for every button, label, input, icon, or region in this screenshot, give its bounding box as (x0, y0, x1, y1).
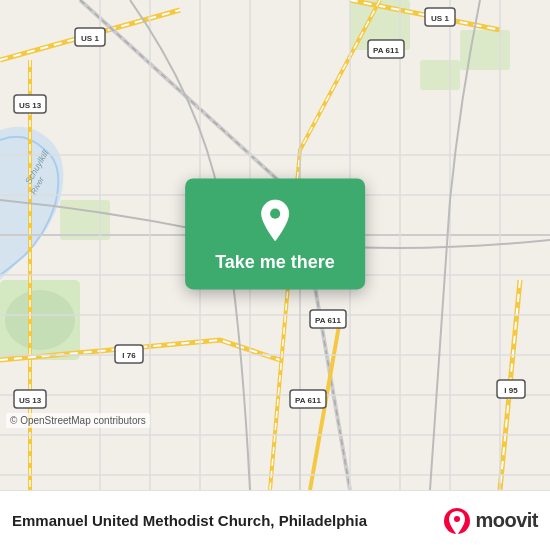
svg-text:PA 611: PA 611 (315, 316, 341, 325)
map-container: US 1 US 1 US 13 US 13 PA 611 PA 611 PA 6… (0, 0, 550, 490)
svg-text:US 1: US 1 (81, 34, 99, 43)
svg-point-44 (270, 209, 280, 219)
moovit-logo: moovit (443, 507, 538, 535)
svg-rect-4 (420, 60, 460, 90)
svg-text:US 13: US 13 (19, 396, 42, 405)
moovit-text: moovit (475, 509, 538, 532)
osm-credit: © OpenStreetMap contributors (6, 413, 150, 428)
svg-text:I 76: I 76 (122, 351, 136, 360)
svg-text:I 95: I 95 (504, 386, 518, 395)
svg-text:US 13: US 13 (19, 101, 42, 110)
svg-text:PA 611: PA 611 (373, 46, 399, 55)
location-pin-icon (253, 198, 297, 242)
svg-text:US 1: US 1 (431, 14, 449, 23)
svg-point-46 (454, 516, 460, 522)
location-title: Emmanuel United Methodist Church, Philad… (12, 512, 443, 529)
bottom-bar: Emmanuel United Methodist Church, Philad… (0, 490, 550, 550)
moovit-icon (443, 507, 471, 535)
svg-text:PA 611: PA 611 (295, 396, 321, 405)
bottom-text: Emmanuel United Methodist Church, Philad… (12, 512, 443, 529)
cta-label: Take me there (215, 252, 335, 273)
svg-point-1 (5, 290, 75, 350)
cta-card[interactable]: Take me there (185, 178, 365, 289)
